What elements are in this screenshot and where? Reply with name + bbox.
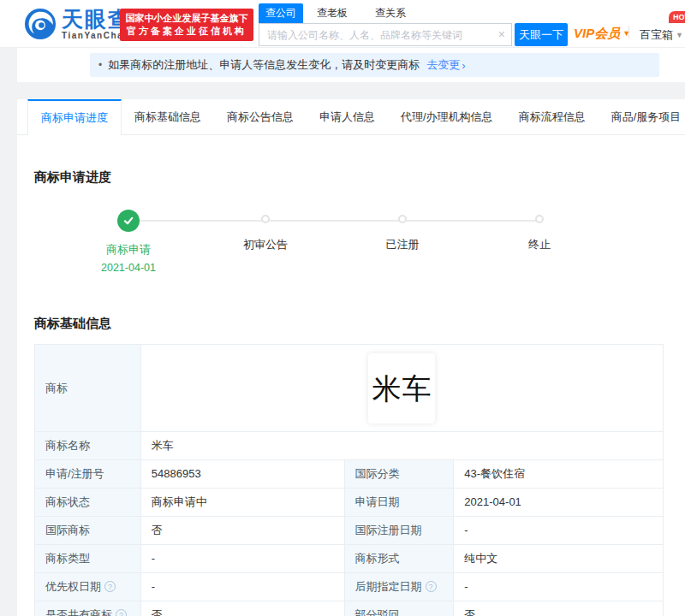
row-label-text: 优先权日期 bbox=[45, 580, 101, 593]
bullet-icon: • bbox=[98, 59, 102, 71]
row-value: 商标申请中 bbox=[140, 489, 344, 517]
tab-application-progress[interactable]: 商标申请进度 bbox=[27, 99, 122, 135]
toolbox-label: 百宝箱 bbox=[640, 28, 673, 41]
row-label: 部分驳回 bbox=[344, 601, 454, 616]
tab-basic-info[interactable]: 商标基础信息 bbox=[122, 99, 214, 134]
search-button[interactable]: 天眼一下 bbox=[515, 23, 568, 46]
row-label-text: 后期指定日期 bbox=[355, 580, 422, 593]
table-row: 国际商标 否 国际注册日期 - bbox=[35, 517, 664, 545]
pending-circle-icon bbox=[398, 215, 407, 223]
vip-label: VIP会员 bbox=[574, 26, 620, 40]
chevron-down-icon: ▼ bbox=[676, 31, 683, 39]
row-value: 米车 bbox=[140, 432, 663, 460]
notice-text: 如果商标的注册地址、申请人等信息发生变化，请及时变更商标 bbox=[108, 57, 420, 73]
row-value: - bbox=[454, 573, 664, 601]
row-label: 商标名称 bbox=[35, 432, 141, 460]
table-row: 商标名称 米车 bbox=[35, 432, 664, 460]
basic-info-table: 商标 米车 商标名称 米车 申请/注册号 54886953 国际分类 43-餐饮… bbox=[34, 344, 664, 616]
help-icon[interactable]: ? bbox=[426, 581, 437, 592]
search-input[interactable] bbox=[259, 23, 512, 46]
row-value: - bbox=[454, 517, 664, 545]
table-row: 申请/注册号 54886953 国际分类 43-餐饮住宿 bbox=[35, 460, 664, 489]
arrow-right-icon[interactable]: › bbox=[462, 59, 465, 72]
table-row: 商标 米车 bbox=[35, 345, 664, 432]
row-label: 后期指定日期? bbox=[344, 573, 454, 601]
search-tab-boss[interactable]: 查老板 bbox=[310, 3, 354, 23]
timeline-step-applied: 商标申请 2021-04-01 bbox=[60, 210, 197, 274]
header-divider bbox=[628, 26, 629, 38]
check-icon bbox=[122, 215, 134, 227]
search-tab-company[interactable]: 查公司 bbox=[259, 3, 303, 23]
application-progress-timeline: 商标申请 2021-04-01 初审公告 已注册 终止 bbox=[60, 210, 608, 276]
table-row: 商标类型 - 商标形式 纯中文 bbox=[35, 545, 664, 573]
row-label: 商标状态 bbox=[35, 489, 141, 517]
trademark-image[interactable]: 米车 bbox=[368, 353, 435, 424]
search-type-tabs: 查公司 查老板 查关系 bbox=[259, 6, 568, 23]
row-label: 商标类型 bbox=[35, 545, 141, 573]
timeline-step-label: 终止 bbox=[471, 237, 608, 252]
top-header: 天眼查 TianYanCha.com 国家中小企业发展子基金旗下 官方备案企业征… bbox=[0, 0, 685, 48]
row-value: 43-餐饮住宿 bbox=[454, 460, 664, 489]
row-label: 优先权日期? bbox=[35, 573, 141, 601]
timeline-step-terminated: 终止 bbox=[471, 210, 608, 274]
row-label: 申请日期 bbox=[344, 489, 454, 517]
help-icon[interactable]: ? bbox=[104, 581, 116, 592]
detail-tabbar: 商标申请进度 商标基础信息 商标公告信息 申请人信息 代理/办理机构信息 商标流… bbox=[17, 99, 685, 135]
timeline-step-label: 已注册 bbox=[334, 237, 471, 252]
badge-line2: 官方备案企业征信机构 bbox=[123, 25, 250, 38]
row-value: 纯中文 bbox=[454, 545, 664, 573]
row-value: 否 bbox=[140, 517, 344, 545]
gov-certification-badge: 国家中小企业发展子基金旗下 官方备案企业征信机构 bbox=[120, 9, 253, 41]
search-area: 查公司 查老板 查关系 × 天眼一下 bbox=[259, 6, 568, 46]
progress-section-title: 商标申请进度 bbox=[34, 135, 664, 186]
pending-circle-icon bbox=[535, 215, 544, 223]
row-label: 是否共有商标? bbox=[35, 601, 141, 616]
hot-badge: HOT bbox=[669, 11, 685, 23]
row-value: 否 bbox=[140, 601, 344, 616]
tab-applicant-info[interactable]: 申请人信息 bbox=[307, 99, 388, 134]
row-label: 商标形式 bbox=[344, 545, 454, 573]
search-tab-relation[interactable]: 查关系 bbox=[368, 3, 413, 23]
toolbox-link[interactable]: 百宝箱▼ bbox=[640, 27, 683, 43]
check-circle-icon bbox=[117, 210, 140, 232]
tab-gazette-info[interactable]: 商标公告信息 bbox=[214, 99, 307, 134]
row-value: 54886953 bbox=[140, 460, 344, 489]
help-icon[interactable]: ? bbox=[116, 609, 127, 616]
pending-circle-icon bbox=[261, 215, 270, 223]
row-value: 2021-04-01 bbox=[454, 489, 664, 517]
tab-agency-info[interactable]: 代理/办理机构信息 bbox=[388, 99, 506, 134]
tab-goods-services[interactable]: 商品/服务项目 bbox=[599, 99, 685, 134]
table-row: 是否共有商标? 否 部分驳回 否 bbox=[35, 601, 664, 616]
page-gap bbox=[0, 82, 685, 99]
timeline-step-preliminary: 初审公告 bbox=[197, 210, 334, 274]
table-row: 商标状态 商标申请中 申请日期 2021-04-01 bbox=[35, 489, 664, 517]
tab-process-info[interactable]: 商标流程信息 bbox=[506, 99, 599, 134]
row-value: 否 bbox=[454, 601, 664, 616]
trademark-change-notice: • 如果商标的注册地址、申请人等信息发生变化，请及时变更商标 去变更 › bbox=[90, 53, 659, 77]
row-label: 商标 bbox=[35, 345, 141, 432]
row-value: - bbox=[140, 545, 344, 573]
table-row: 优先权日期? - 后期指定日期? - bbox=[35, 573, 664, 601]
row-label-text: 是否共有商标 bbox=[45, 608, 112, 616]
row-label: 申请/注册号 bbox=[35, 460, 141, 489]
row-label: 国际分类 bbox=[344, 460, 454, 489]
vip-member-link[interactable]: VIP会员▼ bbox=[574, 26, 630, 42]
clear-icon[interactable]: × bbox=[498, 27, 505, 41]
badge-line1: 国家中小企业发展子基金旗下 bbox=[123, 12, 250, 25]
basic-info-section-title: 商标基础信息 bbox=[34, 316, 664, 332]
tianyancha-eye-icon bbox=[24, 8, 57, 40]
timeline-step-label: 初审公告 bbox=[197, 237, 334, 252]
timeline-step-label: 商标申请 bbox=[60, 242, 197, 258]
trademark-image-cell: 米车 bbox=[140, 345, 663, 432]
notice-card: • 如果商标的注册地址、申请人等信息发生变化，请及时变更商标 去变更 › bbox=[17, 48, 685, 82]
go-change-link[interactable]: 去变更 bbox=[426, 57, 460, 73]
timeline-step-registered: 已注册 bbox=[334, 210, 471, 274]
row-label: 国际商标 bbox=[35, 517, 141, 545]
timeline-step-date: 2021-04-01 bbox=[60, 262, 197, 274]
trademark-detail-card: 商标申请进度 商标基础信息 商标公告信息 申请人信息 代理/办理机构信息 商标流… bbox=[17, 99, 685, 616]
row-value: - bbox=[140, 573, 344, 601]
row-label: 国际注册日期 bbox=[344, 517, 454, 545]
